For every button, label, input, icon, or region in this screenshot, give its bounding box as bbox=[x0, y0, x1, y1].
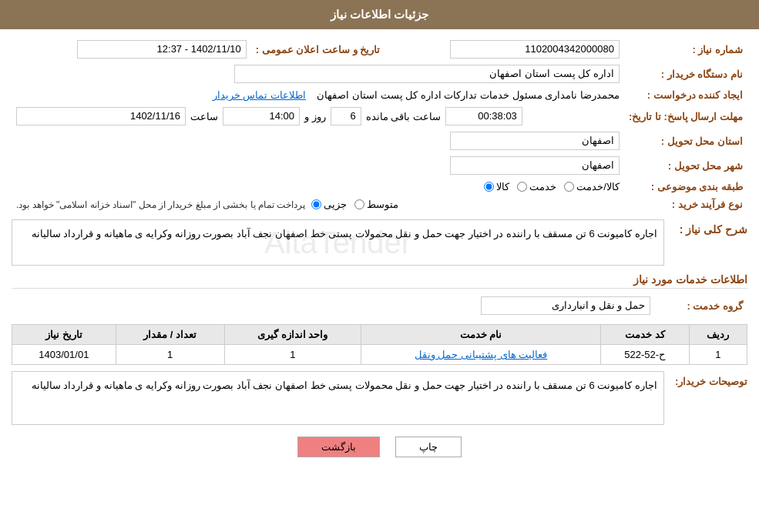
category-option-service[interactable]: خدمت bbox=[517, 181, 556, 192]
buyer-desc-label: توصیحات خریدار: bbox=[670, 371, 747, 387]
buyer-org-value: اداره کل پست استان اصفهان bbox=[12, 62, 624, 86]
deadline-remain-input: 00:38:03 bbox=[445, 107, 522, 125]
page-title: جزئیات اطلاعات نیاز bbox=[331, 8, 428, 21]
announce-label: تاریخ و ساعت اعلان عمومی : bbox=[251, 37, 385, 62]
back-button[interactable]: بازگشت bbox=[297, 437, 380, 457]
col-qty: تعداد / مقدار bbox=[116, 325, 224, 345]
group-label: گروه خدمت : bbox=[655, 293, 747, 318]
service-table: ردیف کد خدمت نام خدمت واحد اندازه گیری ت… bbox=[12, 324, 747, 365]
category-option-goods[interactable]: کالا bbox=[484, 181, 509, 192]
service-info-title: اطلاعات خدمات مورد نیاز bbox=[12, 273, 747, 289]
city-input: اصفهان bbox=[450, 156, 620, 175]
cell-row: 1 bbox=[689, 345, 747, 365]
city-label: شهر محل تحویل : bbox=[624, 153, 747, 178]
print-button[interactable]: چاپ bbox=[395, 437, 462, 457]
page-header: جزئیات اطلاعات نیاز bbox=[0, 0, 759, 29]
need-number-label: شماره نیاز : bbox=[624, 37, 747, 62]
table-row: 1 ح-52-522 فعالیت های پشتیبانی حمل ونقل … bbox=[12, 345, 747, 365]
info-table: شماره نیاز : 1102004342000080 تاریخ و سا… bbox=[12, 37, 747, 213]
buyer-desc-box: اجاره کامیونت 6 تن مسقف با راننده در اخت… bbox=[12, 371, 664, 425]
cell-code: ح-52-522 bbox=[600, 345, 689, 365]
deadline-label: مهلت ارسال پاسخ: تا تاریخ: bbox=[624, 104, 747, 129]
province-label: استان محل تحویل : bbox=[624, 129, 747, 153]
need-number-input: 1102004342000080 bbox=[450, 40, 620, 59]
deadline-time-input: 14:00 bbox=[223, 107, 300, 125]
group-value: حمل و نقل و انبارداری bbox=[12, 293, 655, 318]
deadline-time-label: ساعت bbox=[190, 111, 218, 122]
creator-value: محمدرضا نامداری مسئول خدمات تداركات ادار… bbox=[12, 86, 624, 104]
deadline-day-label: روز و bbox=[304, 111, 326, 122]
buttons-row: چاپ بازگشت bbox=[12, 437, 747, 457]
deadline-days-input: 6 bbox=[331, 107, 361, 125]
col-code: کد خدمت bbox=[600, 325, 689, 345]
cell-unit: 1 bbox=[224, 345, 361, 365]
description-title: شرح کلی نیاز : bbox=[670, 219, 747, 238]
announce-input: 1402/11/10 - 12:37 bbox=[77, 40, 247, 59]
process-row: پرداخت تمام یا بخشی از مبلغ خریدار از مح… bbox=[12, 196, 624, 213]
col-unit: واحد اندازه گیری bbox=[224, 325, 361, 345]
province-value: اصفهان bbox=[12, 129, 624, 153]
deadline-row: 00:38:03 ساعت باقی مانده 6 روز و 14:00 س… bbox=[12, 104, 624, 129]
announce-value: 1402/11/10 - 12:37 bbox=[12, 37, 251, 62]
process-label: نوع فرآیند خرید : bbox=[624, 196, 747, 213]
deadline-remain-label: ساعت باقی مانده bbox=[366, 111, 441, 122]
category-options: کالا/خدمت خدمت کالا bbox=[12, 178, 624, 196]
buyer-org-input: اداره کل پست استان اصفهان bbox=[234, 65, 620, 83]
deadline-date-input: 1402/11/16 bbox=[16, 107, 186, 125]
buyer-description-row: توصیحات خریدار: اجاره کامیونت 6 تن مسقف … bbox=[12, 371, 747, 425]
process-option-minor[interactable]: جزیی bbox=[311, 199, 347, 210]
category-option-goods-service[interactable]: کالا/خدمت bbox=[564, 181, 620, 192]
cell-quantity: 1 bbox=[116, 345, 224, 365]
col-row: ردیف bbox=[689, 325, 747, 345]
buyer-org-label: نام دستگاه خریدار : bbox=[624, 62, 747, 86]
col-date: تاریخ نیاز bbox=[12, 325, 116, 345]
group-input: حمل و نقل و انبارداری bbox=[481, 296, 650, 315]
creator-label: ایجاد کننده درخواست : bbox=[624, 86, 747, 104]
province-input: اصفهان bbox=[450, 132, 620, 150]
col-name: نام خدمت bbox=[361, 325, 601, 345]
need-number-value: 1102004342000080 bbox=[385, 37, 624, 62]
category-label: طبقه بندی موضوعی : bbox=[624, 178, 747, 196]
cell-date: 1403/01/01 bbox=[12, 345, 116, 365]
process-note: پرداخت تمام یا بخشی از مبلغ خریدار از مح… bbox=[16, 199, 305, 210]
description-box: اجاره کامیونت 6 تن مسقف با راننده در اخت… bbox=[12, 219, 664, 266]
service-group-table: گروه خدمت : حمل و نقل و انبارداری bbox=[12, 293, 747, 318]
creator-contact-link[interactable]: اطلاعات تماس خریدار bbox=[213, 89, 306, 101]
process-option-medium[interactable]: متوسط bbox=[354, 199, 398, 210]
cell-name[interactable]: فعالیت های پشتیبانی حمل ونقل bbox=[361, 345, 601, 365]
city-value: اصفهان bbox=[12, 153, 624, 178]
